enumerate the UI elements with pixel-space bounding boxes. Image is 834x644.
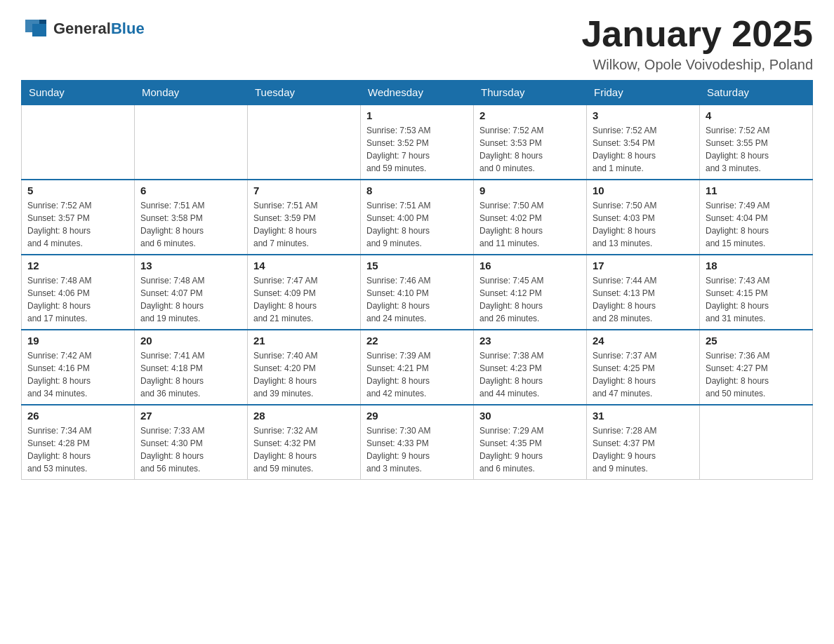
day-info: Sunrise: 7:37 AM Sunset: 4:25 PM Dayligh… xyxy=(593,349,694,400)
day-number: 23 xyxy=(479,335,581,347)
day-number: 24 xyxy=(593,335,694,347)
week-row-5: 26Sunrise: 7:34 AM Sunset: 4:28 PM Dayli… xyxy=(22,405,813,480)
svg-marker-1 xyxy=(32,24,46,36)
day-info: Sunrise: 7:53 AM Sunset: 3:52 PM Dayligh… xyxy=(366,124,468,175)
day-number: 28 xyxy=(253,410,355,422)
day-number: 29 xyxy=(366,410,468,422)
day-cell-4-4: 30Sunrise: 7:29 AM Sunset: 4:35 PM Dayli… xyxy=(474,405,587,480)
day-number: 15 xyxy=(366,260,468,271)
day-info: Sunrise: 7:48 AM Sunset: 4:06 PM Dayligh… xyxy=(27,274,128,325)
day-number: 5 xyxy=(27,185,128,196)
day-info: Sunrise: 7:46 AM Sunset: 4:10 PM Dayligh… xyxy=(366,274,468,325)
day-cell-2-0: 12Sunrise: 7:48 AM Sunset: 4:06 PM Dayli… xyxy=(22,255,135,330)
month-title: January 2025 xyxy=(581,14,813,54)
day-cell-1-0: 5Sunrise: 7:52 AM Sunset: 3:57 PM Daylig… xyxy=(22,180,135,255)
day-number: 13 xyxy=(140,260,241,271)
day-cell-1-3: 8Sunrise: 7:51 AM Sunset: 4:00 PM Daylig… xyxy=(361,180,474,255)
day-number: 14 xyxy=(253,260,355,271)
day-cell-3-3: 22Sunrise: 7:39 AM Sunset: 4:21 PM Dayli… xyxy=(361,330,474,405)
day-cell-4-6 xyxy=(700,405,813,480)
day-info: Sunrise: 7:51 AM Sunset: 4:00 PM Dayligh… xyxy=(366,199,468,250)
header-friday: Friday xyxy=(587,81,700,105)
day-cell-4-0: 26Sunrise: 7:34 AM Sunset: 4:28 PM Dayli… xyxy=(22,405,135,480)
day-cell-1-1: 6Sunrise: 7:51 AM Sunset: 3:58 PM Daylig… xyxy=(135,180,248,255)
day-cell-1-4: 9Sunrise: 7:50 AM Sunset: 4:02 PM Daylig… xyxy=(474,180,587,255)
header-thursday: Thursday xyxy=(474,81,587,105)
day-number: 19 xyxy=(27,335,128,347)
day-number: 9 xyxy=(479,185,581,196)
day-number: 11 xyxy=(706,185,807,196)
day-info: Sunrise: 7:40 AM Sunset: 4:20 PM Dayligh… xyxy=(253,349,355,400)
logo: GeneralBlue xyxy=(21,14,145,43)
day-info: Sunrise: 7:52 AM Sunset: 3:57 PM Dayligh… xyxy=(27,199,128,250)
logo-blue: Blue xyxy=(111,20,145,37)
day-cell-0-1 xyxy=(135,105,248,180)
day-number: 17 xyxy=(593,260,694,271)
week-row-2: 5Sunrise: 7:52 AM Sunset: 3:57 PM Daylig… xyxy=(22,180,813,255)
day-cell-4-5: 31Sunrise: 7:28 AM Sunset: 4:37 PM Dayli… xyxy=(587,405,700,480)
day-number: 31 xyxy=(593,410,694,422)
day-number: 8 xyxy=(366,185,468,196)
day-number: 4 xyxy=(706,109,807,121)
day-cell-4-1: 27Sunrise: 7:33 AM Sunset: 4:30 PM Dayli… xyxy=(135,405,248,480)
day-cell-3-5: 24Sunrise: 7:37 AM Sunset: 4:25 PM Dayli… xyxy=(587,330,700,405)
day-info: Sunrise: 7:49 AM Sunset: 4:04 PM Dayligh… xyxy=(706,199,807,250)
day-info: Sunrise: 7:52 AM Sunset: 3:53 PM Dayligh… xyxy=(479,124,581,175)
calendar-header-row: SundayMondayTuesdayWednesdayThursdayFrid… xyxy=(22,81,813,105)
day-number: 1 xyxy=(366,109,468,121)
day-number: 22 xyxy=(366,335,468,347)
header-monday: Monday xyxy=(135,81,248,105)
day-info: Sunrise: 7:39 AM Sunset: 4:21 PM Dayligh… xyxy=(366,349,468,400)
day-info: Sunrise: 7:33 AM Sunset: 4:30 PM Dayligh… xyxy=(140,424,241,475)
day-info: Sunrise: 7:34 AM Sunset: 4:28 PM Dayligh… xyxy=(27,424,128,475)
header-tuesday: Tuesday xyxy=(248,81,361,105)
day-info: Sunrise: 7:52 AM Sunset: 3:55 PM Dayligh… xyxy=(706,124,807,175)
day-cell-3-4: 23Sunrise: 7:38 AM Sunset: 4:23 PM Dayli… xyxy=(474,330,587,405)
day-cell-1-6: 11Sunrise: 7:49 AM Sunset: 4:04 PM Dayli… xyxy=(700,180,813,255)
day-cell-0-2 xyxy=(248,105,361,180)
day-info: Sunrise: 7:45 AM Sunset: 4:12 PM Dayligh… xyxy=(479,274,581,325)
day-number: 3 xyxy=(593,109,694,121)
title-block: January 2025 Wilkow, Opole Voivodeship, … xyxy=(581,14,813,73)
day-cell-3-2: 21Sunrise: 7:40 AM Sunset: 4:20 PM Dayli… xyxy=(248,330,361,405)
day-cell-0-0 xyxy=(22,105,135,180)
header-sunday: Sunday xyxy=(22,81,135,105)
day-cell-2-5: 17Sunrise: 7:44 AM Sunset: 4:13 PM Dayli… xyxy=(587,255,700,330)
logo-general: General xyxy=(53,20,111,37)
day-number: 6 xyxy=(140,185,241,196)
day-cell-2-4: 16Sunrise: 7:45 AM Sunset: 4:12 PM Dayli… xyxy=(474,255,587,330)
day-info: Sunrise: 7:48 AM Sunset: 4:07 PM Dayligh… xyxy=(140,274,241,325)
day-info: Sunrise: 7:51 AM Sunset: 3:58 PM Dayligh… xyxy=(140,199,241,250)
logo-icon xyxy=(21,14,51,43)
day-number: 30 xyxy=(479,410,581,422)
day-cell-3-0: 19Sunrise: 7:42 AM Sunset: 4:16 PM Dayli… xyxy=(22,330,135,405)
day-info: Sunrise: 7:42 AM Sunset: 4:16 PM Dayligh… xyxy=(27,349,128,400)
day-cell-4-2: 28Sunrise: 7:32 AM Sunset: 4:32 PM Dayli… xyxy=(248,405,361,480)
svg-marker-2 xyxy=(39,20,46,24)
day-number: 16 xyxy=(479,260,581,271)
header-saturday: Saturday xyxy=(700,81,813,105)
day-info: Sunrise: 7:43 AM Sunset: 4:15 PM Dayligh… xyxy=(706,274,807,325)
day-number: 20 xyxy=(140,335,241,347)
day-info: Sunrise: 7:32 AM Sunset: 4:32 PM Dayligh… xyxy=(253,424,355,475)
day-cell-1-2: 7Sunrise: 7:51 AM Sunset: 3:59 PM Daylig… xyxy=(248,180,361,255)
header-wednesday: Wednesday xyxy=(361,81,474,105)
day-number: 21 xyxy=(253,335,355,347)
day-info: Sunrise: 7:44 AM Sunset: 4:13 PM Dayligh… xyxy=(593,274,694,325)
day-cell-0-4: 2Sunrise: 7:52 AM Sunset: 3:53 PM Daylig… xyxy=(474,105,587,180)
day-info: Sunrise: 7:38 AM Sunset: 4:23 PM Dayligh… xyxy=(479,349,581,400)
day-info: Sunrise: 7:50 AM Sunset: 4:03 PM Dayligh… xyxy=(593,199,694,250)
day-cell-0-5: 3Sunrise: 7:52 AM Sunset: 3:54 PM Daylig… xyxy=(587,105,700,180)
day-info: Sunrise: 7:51 AM Sunset: 3:59 PM Dayligh… xyxy=(253,199,355,250)
day-number: 2 xyxy=(479,109,581,121)
day-info: Sunrise: 7:47 AM Sunset: 4:09 PM Dayligh… xyxy=(253,274,355,325)
day-cell-2-1: 13Sunrise: 7:48 AM Sunset: 4:07 PM Dayli… xyxy=(135,255,248,330)
day-info: Sunrise: 7:50 AM Sunset: 4:02 PM Dayligh… xyxy=(479,199,581,250)
day-number: 26 xyxy=(27,410,128,422)
day-info: Sunrise: 7:52 AM Sunset: 3:54 PM Dayligh… xyxy=(593,124,694,175)
day-number: 27 xyxy=(140,410,241,422)
day-cell-0-6: 4Sunrise: 7:52 AM Sunset: 3:55 PM Daylig… xyxy=(700,105,813,180)
day-number: 10 xyxy=(593,185,694,196)
week-row-4: 19Sunrise: 7:42 AM Sunset: 4:16 PM Dayli… xyxy=(22,330,813,405)
week-row-3: 12Sunrise: 7:48 AM Sunset: 4:06 PM Dayli… xyxy=(22,255,813,330)
